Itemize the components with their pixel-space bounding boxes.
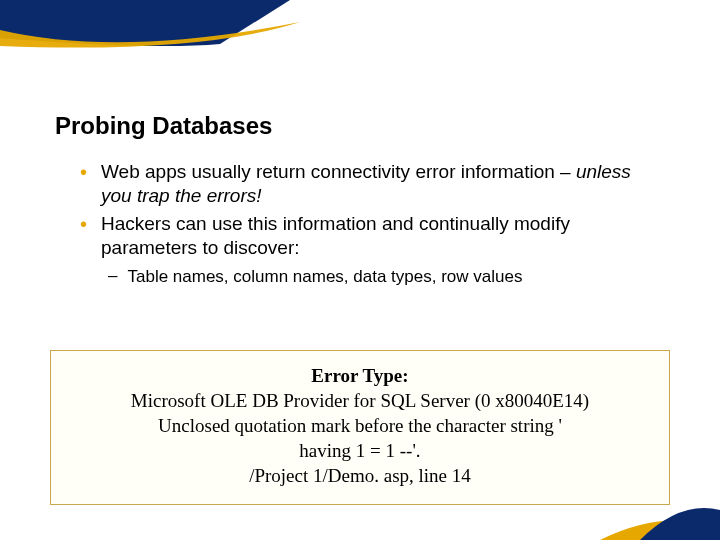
error-line: Microsoft OLE DB Provider for SQL Server… — [61, 388, 659, 413]
sub-bullet-item: – Table names, column names, data types,… — [108, 266, 660, 288]
top-accent-graphic — [0, 0, 720, 58]
error-message-box: Error Type: Microsoft OLE DB Provider fo… — [50, 350, 670, 505]
bullet-item: • Hackers can use this information and c… — [80, 212, 660, 260]
bullet-marker-icon: • — [80, 212, 87, 236]
bullet-marker-icon: • — [80, 160, 87, 184]
bullet-text: Hackers can use this information and con… — [101, 212, 660, 260]
bullet-text: Web apps usually return connectivity err… — [101, 160, 660, 208]
bullet-item: • Web apps usually return connectivity e… — [80, 160, 660, 208]
error-line: Error Type: — [61, 363, 659, 388]
dash-marker-icon: – — [108, 266, 117, 286]
slide-title: Probing Databases — [55, 112, 272, 140]
error-line: /Project 1/Demo. asp, line 14 — [61, 463, 659, 488]
error-line: Unclosed quotation mark before the chara… — [61, 413, 659, 438]
error-line: having 1 = 1 --'. — [61, 438, 659, 463]
sub-bullet-text: Table names, column names, data types, r… — [127, 266, 522, 288]
slide-body: • Web apps usually return connectivity e… — [80, 160, 660, 288]
